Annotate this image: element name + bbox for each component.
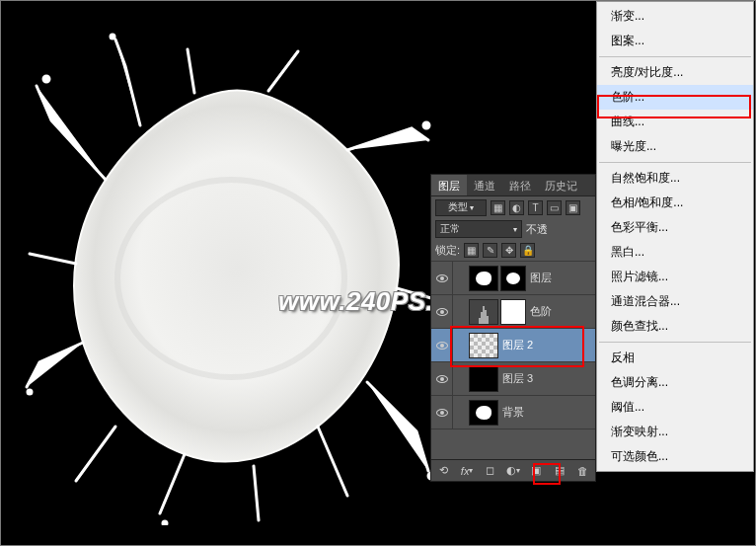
layer-name[interactable]: 色阶 [528,304,595,319]
menu-item[interactable]: 色调分离... [597,370,753,395]
menu-item[interactable]: 自然饱和度... [597,166,753,191]
svg-point-5 [28,390,32,394]
opacity-label[interactable]: 不透 [526,222,548,237]
visibility-toggle[interactable] [431,396,453,429]
menu-item[interactable]: 反相 [597,346,753,370]
lock-paint-icon[interactable]: ✎ [483,243,497,258]
eye-icon [436,274,448,282]
svg-point-6 [163,521,167,525]
filter-type-label: 类型 [448,200,468,214]
layer-mask-thumbnail[interactable] [500,299,526,325]
tab-layers[interactable]: 图层 [431,175,467,195]
lock-all-icon[interactable]: 🔒 [520,243,535,258]
svg-point-2 [111,35,114,39]
tab-channels[interactable]: 通道 [467,175,502,195]
delete-layer-icon[interactable]: 🗑 [574,463,591,479]
layer-thumbnail[interactable] [469,266,498,291]
filter-shape-icon[interactable]: ▭ [547,200,562,215]
visibility-toggle[interactable] [431,362,453,395]
app-frame: www.240PS.com 图层 通道 路径 历史记 类型 ▾ ▦ ◐ T ▭ … [0,0,756,546]
layer-row[interactable]: 色阶 [431,295,595,329]
menu-item[interactable]: 渐变... [597,4,753,29]
adjustment-context-menu: 渐变...图案...亮度/对比度...色阶...曲线...曝光度...自然饱和度… [596,1,754,472]
adjustment-thumbnail[interactable] [469,299,498,325]
panel-footer: ⟲ fx▾ ◻ ◐▾ ▣ ▤ 🗑 [431,459,595,481]
menu-item[interactable]: 颜色查找... [597,314,753,339]
menu-item[interactable]: 色相/饱和度... [597,191,753,215]
layer-name[interactable]: 图层 2 [500,338,595,352]
eye-icon [436,409,448,417]
layers-panel: 图层 通道 路径 历史记 类型 ▾ ▦ ◐ T ▭ ▣ 正常 ▾ 不透 锁定: … [430,174,596,482]
filter-pixel-icon[interactable]: ▦ [491,200,505,215]
filter-adjust-icon[interactable]: ◐ [509,200,524,215]
blend-mode-label: 正常 [440,222,460,236]
menu-item[interactable]: 色彩平衡... [597,215,753,240]
menu-item[interactable]: 照片滤镜... [597,265,753,289]
menu-separator [599,162,751,163]
chevron-down-icon: ▾ [470,203,474,212]
svg-point-1 [43,76,49,82]
layer-thumbnail[interactable] [469,366,498,392]
blend-row: 正常 ▾ 不透 [431,218,595,240]
adjustment-layer-icon[interactable]: ◐▾ [504,463,521,479]
tab-paths[interactable]: 路径 [502,175,538,195]
new-layer-icon[interactable]: ▤ [551,463,567,479]
layers-list: 图层 色阶 图层 2 图层 3 [431,262,595,429]
layer-row[interactable]: 图层 2 [431,329,595,362]
milk-splash-image [22,32,436,525]
layer-thumbnail[interactable] [469,400,498,426]
menu-item[interactable]: 曝光度... [597,134,753,159]
lock-position-icon[interactable]: ✥ [501,243,516,258]
menu-item[interactable]: 阈值... [597,395,753,420]
layer-thumbnail[interactable] [469,333,498,358]
layer-name[interactable]: 背景 [500,405,595,420]
panel-tabs: 图层 通道 路径 历史记 [431,175,595,196]
blend-mode-select[interactable]: 正常 ▾ [435,220,522,238]
link-layers-icon[interactable]: ⟲ [435,463,452,479]
layer-row[interactable]: 图层 [431,262,595,295]
chevron-down-icon: ▾ [513,225,517,234]
menu-item[interactable]: 曲线... [597,110,753,134]
group-icon[interactable]: ▣ [528,463,545,479]
filter-type-icon[interactable]: T [528,200,543,215]
menu-separator [599,342,751,343]
menu-item[interactable]: 色阶... [597,85,753,110]
menu-item[interactable]: 可选颜色... [597,444,753,469]
lock-label: 锁定: [435,243,460,258]
lock-transparent-icon[interactable]: ▦ [464,243,479,258]
menu-separator [599,56,751,57]
menu-item[interactable]: 渐变映射... [597,420,753,444]
visibility-toggle[interactable] [431,329,453,361]
menu-item[interactable]: 通道混合器... [597,289,753,314]
menu-item[interactable]: 图案... [597,29,753,53]
visibility-toggle[interactable] [431,262,453,294]
eye-icon [436,375,448,383]
filter-row: 类型 ▾ ▦ ◐ T ▭ ▣ [431,196,595,218]
layer-fx-icon[interactable]: fx▾ [458,463,475,479]
layer-name[interactable]: 图层 3 [500,371,595,386]
lock-row: 锁定: ▦ ✎ ✥ 🔒 [431,240,595,262]
layer-filter-type[interactable]: 类型 ▾ [435,199,487,216]
menu-item[interactable]: 黑白... [597,240,753,265]
svg-point-3 [423,122,429,128]
layer-name[interactable]: 图层 [528,271,595,285]
filter-smart-icon[interactable]: ▣ [566,200,580,215]
layer-row[interactable]: 图层 3 [431,362,595,396]
tab-history[interactable]: 历史记 [538,175,584,195]
eye-icon [436,308,448,316]
menu-item[interactable]: 亮度/对比度... [597,60,753,85]
layer-row[interactable]: 背景 [431,396,595,429]
add-mask-icon[interactable]: ◻ [482,463,498,479]
layer-mask-thumbnail[interactable] [500,266,526,291]
visibility-toggle[interactable] [431,295,453,328]
eye-icon [436,342,448,350]
